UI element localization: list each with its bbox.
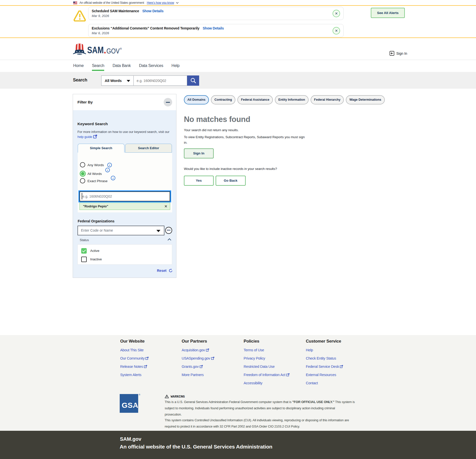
svg-text:SAM: SAM (87, 45, 104, 55)
svg-text:i: i (113, 177, 114, 180)
svg-text:i: i (109, 164, 110, 167)
svg-text:®: ® (120, 47, 122, 50)
svg-text:i: i (107, 169, 108, 172)
svg-text:GOV: GOV (106, 47, 120, 55)
